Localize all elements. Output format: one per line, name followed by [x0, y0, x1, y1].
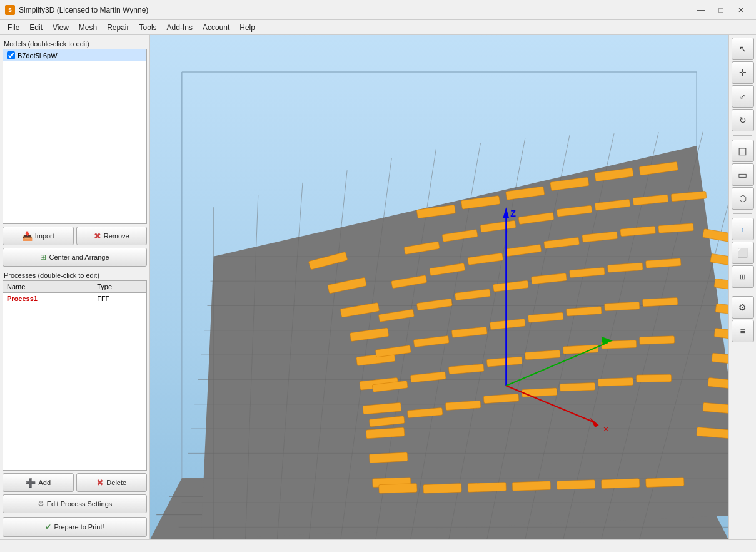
add-icon: ➕	[25, 478, 36, 488]
add-process-button[interactable]: ➕ Add	[3, 473, 74, 492]
svg-rect-56	[646, 478, 684, 488]
viewport[interactable]: Z ✕	[150, 35, 728, 539]
svg-text:✕: ✕	[603, 425, 609, 434]
view-front-button[interactable]: ◻	[732, 140, 754, 162]
view-top-button[interactable]: ▭	[732, 163, 754, 186]
col-name-header: Name	[3, 281, 93, 293]
wireframe-button[interactable]: ⬜	[732, 242, 754, 264]
edit-process-settings-button[interactable]: ⚙ Edit Process Settings	[3, 494, 147, 513]
svg-rect-53	[512, 481, 550, 491]
titlebar: S Simplify3D (Licensed to Martin Wynne) …	[0, 0, 756, 20]
axes-icon: ↑	[741, 225, 745, 233]
remove-button[interactable]: ✖ Remove	[76, 227, 148, 245]
view-iso-button[interactable]: ⬡	[732, 187, 754, 210]
svg-rect-48	[369, 452, 408, 463]
svg-rect-112	[598, 378, 633, 387]
statusbar	[0, 539, 756, 552]
import-button[interactable]: 📥 Import	[3, 227, 74, 245]
col-type-header: Type	[93, 281, 146, 293]
toolbar-divider-3	[733, 292, 752, 292]
model-buttons-row: 📥 Import ✖ Remove	[3, 227, 147, 245]
import-label: Import	[35, 232, 54, 240]
menu-view[interactable]: View	[48, 22, 74, 33]
svg-rect-54	[557, 480, 595, 490]
prepare-icon: ✔	[45, 523, 51, 531]
app-title: Simplify3D (Licensed to Martin Wynne)	[19, 6, 691, 14]
remove-label: Remove	[104, 232, 129, 240]
axes-button[interactable]: ↑	[732, 218, 754, 240]
svg-rect-111	[560, 382, 595, 391]
left-panel: Models (double-click to edit) B7dot5L6pW…	[0, 35, 150, 539]
svg-rect-113	[637, 374, 672, 382]
toolbar-divider-1	[733, 135, 752, 136]
menu-edit[interactable]: Edit	[24, 22, 48, 33]
delete-icon: ✖	[96, 478, 104, 488]
center-arrange-label: Center and Arrange	[49, 253, 109, 261]
rotate-icon: ↻	[739, 115, 747, 125]
process-buttons-row: ➕ Add ✖ Delete	[3, 473, 147, 492]
svg-rect-52	[468, 483, 506, 493]
close-button[interactable]: ✕	[731, 0, 751, 20]
move-icon: ✛	[739, 68, 747, 78]
processes-section: Processes (double-click to edit) Name Ty…	[3, 269, 147, 537]
menu-mesh[interactable]: Mesh	[74, 22, 102, 33]
svg-rect-97	[642, 297, 677, 307]
remove-icon: ✖	[94, 231, 101, 241]
select-tool-button[interactable]: ↖	[732, 38, 754, 60]
move-tool-button[interactable]: ✛	[732, 61, 754, 84]
rotate-tool-button[interactable]: ↻	[732, 109, 754, 131]
menu-tools[interactable]: Tools	[134, 22, 162, 33]
menu-addins[interactable]: Add-Ins	[162, 22, 198, 33]
view-front-icon: ◻	[738, 144, 747, 158]
viewport-canvas[interactable]: Z ✕	[150, 35, 728, 539]
settings-icon: ⚙	[738, 302, 747, 312]
center-arrange-icon: ⊞	[40, 253, 46, 262]
main-area: Models (double-click to edit) B7dot5L6pW…	[0, 35, 756, 539]
toolbar-divider-2	[733, 213, 752, 214]
menu-repair[interactable]: Repair	[102, 22, 134, 33]
process-row[interactable]: Process1 FFF	[3, 293, 146, 305]
ortho-button[interactable]: ⊞	[732, 265, 754, 288]
prepare-label: Prepare to Print!	[54, 523, 104, 531]
menu-account[interactable]: Account	[198, 22, 234, 33]
model-name: B7dot5L6pW	[18, 52, 58, 59]
scale-tool-button[interactable]: ⤢	[732, 85, 754, 108]
svg-rect-105	[639, 336, 674, 345]
process-type-cell: FFF	[93, 293, 146, 305]
view-top-icon: ▭	[738, 169, 747, 181]
prepare-to-print-button[interactable]: ✔ Prepare to Print!	[3, 517, 147, 537]
settings-button[interactable]: ⚙	[732, 296, 754, 319]
svg-text:Z: Z	[510, 208, 516, 218]
model-checkbox[interactable]	[7, 51, 15, 59]
processes-section-title: Processes (double-click to edit)	[3, 269, 147, 280]
right-toolbar: ↖ ✛ ⤢ ↻ ◻ ▭ ⬡ ↑ ⬜ ⊞ ⚙	[728, 35, 756, 539]
edit-process-label: Edit Process Settings	[47, 500, 113, 508]
svg-rect-50	[379, 484, 417, 494]
svg-rect-96	[605, 302, 640, 311]
app-icon: S	[5, 5, 15, 15]
menu-help[interactable]: Help	[234, 22, 260, 33]
svg-rect-110	[522, 388, 557, 397]
models-list: B7dot5L6pW	[3, 49, 147, 224]
select-icon: ↖	[739, 44, 747, 54]
center-arrange-button[interactable]: ⊞ Center and Arrange	[3, 248, 147, 267]
layers-button[interactable]: ≡	[732, 320, 754, 342]
view-iso-icon: ⬡	[739, 193, 747, 203]
processes-list: Name Type Process1 FFF	[3, 280, 147, 471]
import-icon: 📥	[22, 231, 33, 241]
window-controls: — □ ✕	[691, 0, 751, 20]
delete-process-button[interactable]: ✖ Delete	[76, 473, 148, 492]
processes-header-row: Name Type	[3, 281, 146, 293]
scale-icon: ⤢	[740, 93, 745, 101]
minimize-button[interactable]: —	[691, 0, 711, 20]
model-item[interactable]: B7dot5L6pW	[3, 49, 146, 61]
wireframe-icon: ⬜	[737, 248, 748, 258]
layers-icon: ≡	[740, 326, 745, 336]
delete-label: Delete	[106, 479, 126, 486]
menubar: File Edit View Mesh Repair Tools Add-Ins…	[0, 20, 756, 35]
add-label: Add	[38, 479, 51, 486]
processes-table: Name Type Process1 FFF	[3, 281, 146, 304]
menu-file[interactable]: File	[3, 22, 24, 33]
maximize-button[interactable]: □	[711, 0, 731, 20]
process-name-cell: Process1	[3, 293, 93, 305]
